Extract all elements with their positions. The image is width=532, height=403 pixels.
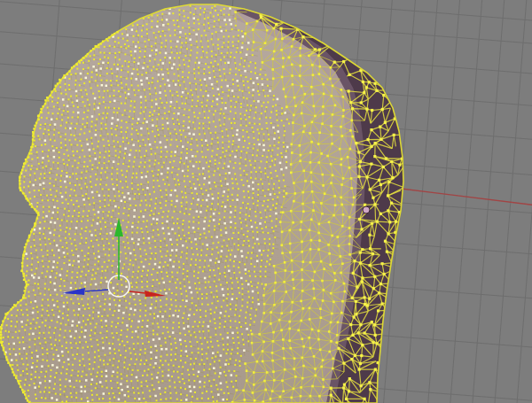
gizmo-arrow-left[interactable] xyxy=(62,288,108,295)
gizmo-arrow-right[interactable] xyxy=(129,291,166,297)
viewport-3d[interactable] xyxy=(0,0,532,403)
translate-gizmo xyxy=(62,218,166,297)
object-center-dot[interactable] xyxy=(363,206,370,213)
overlay-layer xyxy=(0,0,532,403)
gizmo-arrow-up[interactable] xyxy=(114,218,123,280)
